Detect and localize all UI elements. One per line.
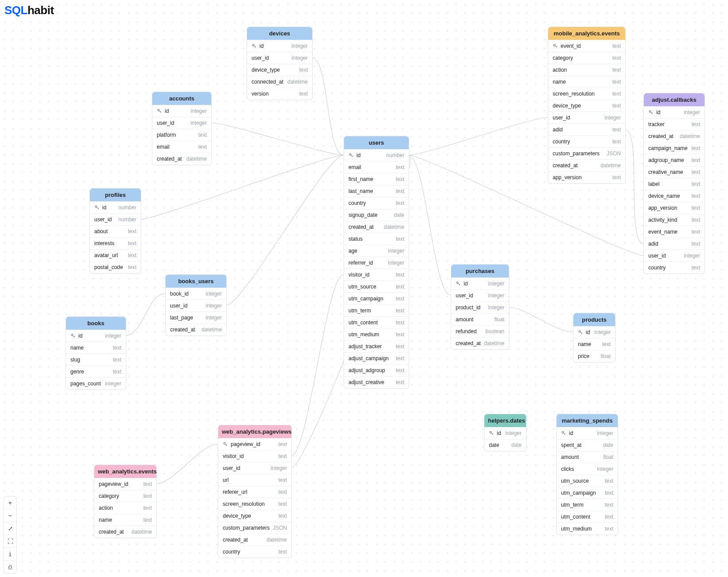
- column-row[interactable]: visitor_idtext: [218, 450, 291, 462]
- table-header[interactable]: books_users: [166, 275, 226, 288]
- column-row[interactable]: utm_sourcetext: [344, 281, 409, 292]
- table-purchases[interactable]: purchasesidintegeruser_idintegerproduct_…: [451, 264, 509, 350]
- column-row[interactable]: created_atdatetime: [218, 534, 291, 546]
- column-row[interactable]: app_versiontext: [548, 171, 625, 183]
- table-header[interactable]: mobile_analytics.events: [548, 27, 625, 40]
- column-row[interactable]: countrytext: [218, 546, 291, 558]
- column-row[interactable]: user_idinteger: [451, 289, 509, 301]
- table-devices[interactable]: devicesidintegeruser_idintegerdevice_typ…: [247, 27, 313, 100]
- column-row[interactable]: app_versiontext: [644, 202, 705, 214]
- column-row[interactable]: custom_parametersJSON: [548, 147, 625, 159]
- erd-canvas[interactable]: devicesidintegeruser_idintegerdevice_typ…: [0, 0, 728, 577]
- table-header[interactable]: web_analytics.pageviews: [218, 425, 291, 438]
- column-row[interactable]: utm_campaigntext: [557, 487, 618, 499]
- column-row[interactable]: amountfloat: [451, 313, 509, 325]
- column-row[interactable]: created_atdatetime: [166, 323, 226, 335]
- column-row[interactable]: product_idinteger: [451, 301, 509, 313]
- column-row[interactable]: genretext: [66, 365, 126, 377]
- column-row[interactable]: screen_resolutiontext: [548, 88, 625, 100]
- table-header[interactable]: helpers.dates: [484, 414, 526, 427]
- column-row[interactable]: adjust_adgrouptext: [344, 364, 409, 376]
- column-row[interactable]: user_idinteger: [644, 250, 705, 262]
- column-row[interactable]: created_atdatetime: [451, 337, 509, 349]
- column-row[interactable]: idinteger: [451, 277, 509, 289]
- column-row[interactable]: user_idinteger: [548, 112, 625, 123]
- column-row[interactable]: activity_kindtext: [644, 214, 705, 226]
- column-row[interactable]: adjust_creativetext: [344, 376, 409, 388]
- zoom-in-button[interactable]: +: [4, 496, 16, 509]
- table-header[interactable]: users: [344, 136, 409, 149]
- column-row[interactable]: countrytext: [344, 197, 409, 209]
- column-row[interactable]: nametext: [573, 338, 615, 350]
- table-adjust_callbacks[interactable]: adjust.callbacksidintegertrackertextcrea…: [643, 93, 705, 274]
- table-web_analytics_events[interactable]: web_analytics.eventspageview_idtextcateg…: [94, 465, 157, 538]
- table-marketing_spends[interactable]: marketing_spendsidintegerspent_atdateamo…: [556, 414, 618, 535]
- column-row[interactable]: created_atdatetime: [344, 221, 409, 233]
- column-row[interactable]: utm_mediumtext: [344, 328, 409, 340]
- column-row[interactable]: nametext: [94, 514, 156, 526]
- column-row[interactable]: user_idinteger: [166, 300, 226, 312]
- column-row[interactable]: platformtext: [152, 129, 211, 141]
- column-row[interactable]: utm_termtext: [557, 499, 618, 511]
- column-row[interactable]: utm_sourcetext: [557, 475, 618, 487]
- column-row[interactable]: actiontext: [548, 64, 625, 76]
- table-profiles[interactable]: profilesidnumberuser_idnumberabouttextin…: [89, 188, 141, 273]
- column-row[interactable]: referer_urltext: [218, 486, 291, 498]
- table-header[interactable]: devices: [247, 27, 312, 40]
- column-row[interactable]: ageinteger: [344, 245, 409, 257]
- column-row[interactable]: screen_resolutiontext: [218, 498, 291, 510]
- column-row[interactable]: utm_contenttext: [344, 316, 409, 328]
- column-row[interactable]: creative_nametext: [644, 166, 705, 178]
- column-row[interactable]: actiontext: [94, 502, 156, 514]
- column-row[interactable]: utm_mediumtext: [557, 523, 618, 535]
- column-row[interactable]: created_atdatetime: [548, 159, 625, 171]
- column-row[interactable]: datedate: [484, 439, 526, 451]
- info-button[interactable]: i: [4, 547, 16, 560]
- column-row[interactable]: user_idnumber: [90, 213, 141, 225]
- zoom-out-button[interactable]: −: [4, 509, 16, 522]
- table-header[interactable]: adjust.callbacks: [644, 93, 705, 106]
- column-row[interactable]: last_pageinteger: [166, 312, 226, 323]
- fit-view-button[interactable]: ⤢: [4, 522, 16, 535]
- column-row[interactable]: created_atdatetime: [94, 526, 156, 538]
- column-row[interactable]: abouttext: [90, 225, 141, 237]
- column-row[interactable]: idnumber: [90, 201, 141, 213]
- table-header[interactable]: profiles: [90, 188, 141, 201]
- column-row[interactable]: trackertext: [644, 118, 705, 130]
- column-row[interactable]: labeltext: [644, 178, 705, 190]
- column-row[interactable]: idinteger: [66, 330, 126, 342]
- column-row[interactable]: emailtext: [152, 141, 211, 153]
- column-row[interactable]: connected_atdatetime: [247, 76, 312, 88]
- table-header[interactable]: products: [573, 313, 615, 326]
- table-mobile_analytics_events[interactable]: mobile_analytics.eventsevent_idtextcateg…: [548, 27, 626, 184]
- column-row[interactable]: user_idinteger: [247, 52, 312, 64]
- column-row[interactable]: slugtext: [66, 354, 126, 365]
- column-row[interactable]: idinteger: [152, 105, 211, 117]
- column-row[interactable]: pageview_idtext: [218, 438, 291, 450]
- column-row[interactable]: event_idtext: [548, 40, 625, 52]
- column-row[interactable]: first_nametext: [344, 173, 409, 185]
- column-row[interactable]: refundedboolean: [451, 325, 509, 337]
- table-books_users[interactable]: books_usersbook_idintegeruser_idintegerl…: [165, 274, 227, 336]
- column-row[interactable]: signup_datedate: [344, 209, 409, 221]
- column-row[interactable]: adidtext: [644, 238, 705, 250]
- table-accounts[interactable]: accountsidintegeruser_idintegerplatformt…: [152, 92, 212, 165]
- table-header[interactable]: books: [66, 317, 126, 330]
- column-row[interactable]: user_idinteger: [218, 462, 291, 474]
- column-row[interactable]: pricefloat: [573, 350, 615, 362]
- column-row[interactable]: created_atdatetime: [152, 153, 211, 165]
- column-row[interactable]: spent_atdate: [557, 439, 618, 451]
- table-helpers_dates[interactable]: helpers.datesidintegerdatedate: [484, 414, 527, 451]
- column-row[interactable]: user_idinteger: [152, 117, 211, 129]
- column-row[interactable]: event_nametext: [644, 226, 705, 238]
- column-row[interactable]: postal_codetext: [90, 261, 141, 273]
- column-row[interactable]: idinteger: [644, 106, 705, 118]
- column-row[interactable]: nametext: [66, 342, 126, 354]
- column-row[interactable]: statustext: [344, 233, 409, 245]
- column-row[interactable]: visitor_idtext: [344, 269, 409, 281]
- column-row[interactable]: countrytext: [644, 262, 705, 273]
- column-row[interactable]: device_typetext: [548, 100, 625, 112]
- column-row[interactable]: versiontext: [247, 88, 312, 100]
- column-row[interactable]: clicksinteger: [557, 463, 618, 475]
- column-row[interactable]: utm_campaigntext: [344, 292, 409, 304]
